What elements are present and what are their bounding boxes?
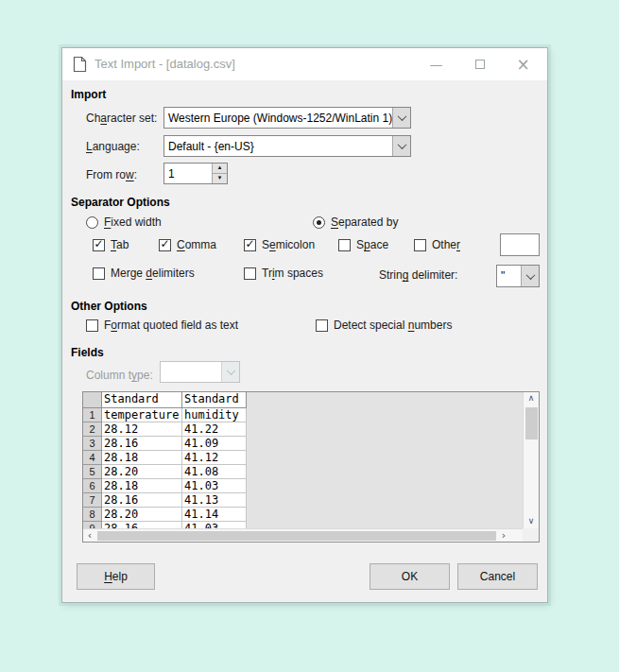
table-row: 1 temperature humidity (83, 408, 523, 422)
data-cell[interactable]: 41.09 (182, 437, 247, 451)
import-section-header: Import (71, 88, 106, 101)
data-cell[interactable]: 41.08 (182, 465, 247, 479)
row-number-cell: 8 (83, 508, 102, 522)
tab-label: Tab (111, 238, 129, 251)
table-row: 8 28.20 41.14 (83, 508, 523, 522)
data-cell[interactable]: 41.13 (182, 493, 247, 508)
checkbox-icon: ✓ (244, 239, 256, 251)
other-checkbox[interactable]: ✓ Other (414, 237, 460, 252)
table-row: 2 28.12 41.22 (83, 422, 523, 437)
trim-spaces-checkbox[interactable]: ✓ Trim spaces (244, 266, 323, 281)
close-button[interactable]: × (508, 48, 538, 80)
row-number-cell: 7 (83, 493, 102, 508)
detect-special-numbers-label: Detect special numbers (334, 319, 452, 332)
fixed-width-radio[interactable]: Fixed width (86, 215, 162, 230)
preview-grid: Standard Standard 1 temperature humidity… (83, 392, 523, 528)
checkbox-icon: ✓ (316, 319, 328, 332)
vertical-scrollbar-thumb[interactable] (525, 407, 538, 439)
detect-special-numbers-checkbox[interactable]: ✓ Detect special numbers (316, 318, 452, 333)
separated-by-radio[interactable]: Separated by (313, 215, 398, 230)
separated-by-label: Separated by (331, 215, 398, 229)
format-quoted-label: Format quoted field as text (104, 319, 238, 332)
data-cell[interactable]: humidity (182, 408, 247, 422)
string-delimiter-dropdown-button[interactable] (521, 266, 539, 286)
spin-down-button[interactable]: ▾ (213, 174, 227, 183)
maximize-icon (475, 60, 485, 69)
scroll-down-button[interactable]: ∨ (524, 515, 539, 528)
table-row: 4 28.18 41.12 (83, 451, 523, 465)
fixed-width-label: Fixed width (104, 215, 162, 229)
table-row: 5 28.20 41.08 (83, 465, 523, 479)
scroll-up-button[interactable]: ∧ (524, 392, 539, 405)
other-separator-input[interactable] (500, 233, 540, 256)
maximize-button[interactable] (465, 48, 494, 80)
horizontal-scrollbar-thumb[interactable] (97, 531, 496, 541)
language-select[interactable]: Default - {en-US} (163, 135, 411, 157)
separator-options-header: Separator Options (71, 196, 170, 209)
column-type-select (160, 361, 240, 383)
data-cell[interactable]: 41.22 (182, 422, 247, 437)
from-row-value[interactable] (164, 164, 212, 183)
string-delimiter-value: " (497, 269, 521, 283)
column-1-type-header[interactable]: Standard (102, 392, 182, 408)
dialog-titlebar[interactable]: Text Import - [datalog.csv] — × (62, 48, 547, 80)
comma-label: Comma (177, 238, 216, 251)
horizontal-scrollbar[interactable]: ‹ › (83, 528, 523, 542)
chevron-down-icon (226, 366, 235, 375)
character-set-dropdown-button[interactable] (392, 108, 410, 128)
cancel-button[interactable]: Cancel (457, 563, 538, 590)
data-cell[interactable]: 28.16 (102, 522, 182, 528)
spin-up-button[interactable]: ▴ (213, 164, 227, 174)
table-row: 6 28.18 41.03 (83, 479, 523, 493)
data-cell[interactable]: 41.14 (182, 508, 247, 522)
semicolon-checkbox[interactable]: ✓ Semicolon (244, 237, 315, 252)
data-cell[interactable]: 41.03 (182, 479, 247, 493)
data-cell[interactable]: 28.16 (102, 437, 182, 451)
language-dropdown-button[interactable] (392, 136, 410, 156)
character-set-select[interactable]: Western Europe (Windows-1252/WinLatin 1) (163, 107, 411, 129)
radio-icon (86, 216, 98, 229)
row-number-cell: 3 (83, 437, 102, 451)
window-controls: — × (407, 48, 538, 80)
row-number-cell: 9 (83, 522, 102, 528)
space-label: Space (356, 238, 388, 251)
semicolon-label: Semicolon (262, 238, 315, 251)
row-number-cell: 1 (83, 408, 102, 422)
from-row-input[interactable]: ▴ ▾ (163, 163, 228, 184)
chevron-down-icon (525, 270, 535, 280)
other-label: Other (432, 238, 460, 251)
data-cell[interactable]: 41.03 (182, 522, 247, 528)
fields-section-header: Fields (71, 346, 104, 359)
preview-table: Standard Standard 1 temperature humidity… (82, 391, 540, 543)
ok-button[interactable]: OK (370, 563, 450, 590)
preview-header-row: Standard Standard (83, 392, 523, 408)
checkbox-icon: ✓ (244, 267, 256, 280)
vertical-scrollbar[interactable]: ∧ ∨ (523, 392, 539, 528)
scroll-right-button[interactable]: › (497, 529, 510, 542)
checkmark-icon: ✓ (94, 238, 103, 250)
data-cell[interactable]: 28.20 (102, 508, 182, 522)
data-cell[interactable]: 41.12 (182, 451, 247, 465)
data-cell[interactable]: 28.18 (102, 451, 182, 465)
space-checkbox[interactable]: ✓ Space (338, 237, 388, 252)
data-cell[interactable]: 28.20 (102, 465, 182, 479)
data-cell[interactable]: 28.16 (102, 493, 182, 508)
help-button[interactable]: Help (77, 563, 155, 590)
format-quoted-checkbox[interactable]: ✓ Format quoted field as text (86, 318, 238, 333)
document-icon (72, 56, 88, 73)
preview-grid-body: 1 temperature humidity 2 28.12 41.22 3 (83, 408, 523, 528)
checkbox-icon: ✓ (86, 319, 98, 332)
table-row: 7 28.16 41.13 (83, 493, 523, 508)
comma-checkbox[interactable]: ✓ Comma (159, 237, 216, 252)
data-cell[interactable]: 28.18 (102, 479, 182, 493)
data-cell[interactable]: temperature (102, 408, 182, 422)
scroll-left-button[interactable]: ‹ (83, 529, 96, 542)
checkbox-icon: ✓ (414, 239, 426, 251)
minimize-button[interactable]: — (421, 48, 451, 80)
string-delimiter-select[interactable]: " (496, 265, 540, 287)
column-2-type-header[interactable]: Standard (182, 392, 247, 408)
data-cell[interactable]: 28.12 (102, 422, 182, 437)
corner-header-cell (83, 392, 102, 408)
tab-checkbox[interactable]: ✓ Tab (93, 237, 129, 252)
merge-delimiters-checkbox[interactable]: ✓ Merge delimiters (93, 266, 195, 281)
